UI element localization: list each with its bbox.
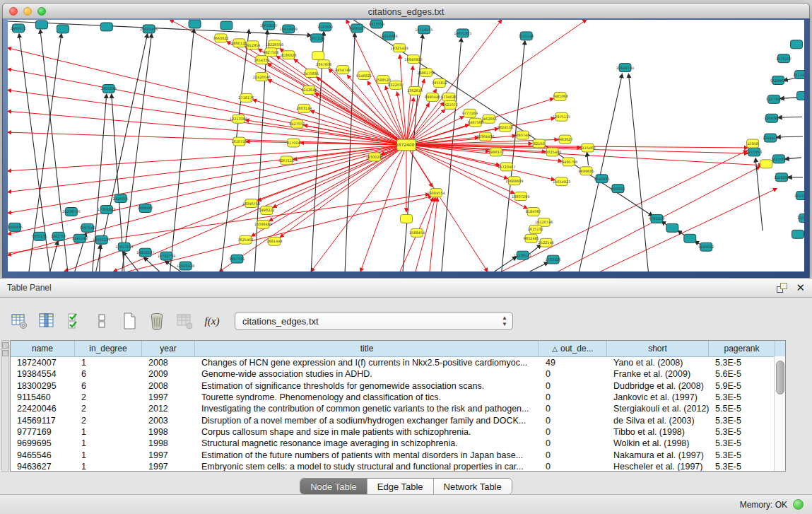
node-16648794[interactable]: 16648794 [616, 64, 634, 72]
selected-node-9463627[interactable]: 9463627 [558, 135, 573, 144]
selected-node-1810755[interactable]: 1810755 [231, 137, 247, 146]
selected-node-2718176[interactable]: 2718176 [238, 93, 254, 102]
node-2126055[interactable]: 2126055 [113, 194, 129, 203]
selection-mode-icon[interactable] [65, 312, 83, 330]
float-panel-icon[interactable] [777, 283, 787, 293]
node-1244419[interactable]: 1244419 [763, 134, 778, 142]
selected-node-7955812[interactable]: 7955812 [432, 79, 447, 88]
table-row[interactable]: 969969511998Structural magnetic resonanc… [11, 438, 785, 449]
column-header-year[interactable]: year [142, 341, 195, 356]
node-893892[interactable]: 893892 [611, 185, 625, 193]
network-canvas[interactable]: 2405572206914061065328716033809152760284… [8, 20, 804, 271]
table-row[interactable]: 1872400712008Changes of HCN gene express… [11, 357, 785, 368]
selected-node-1588454[interactable]: 1588454 [409, 228, 425, 237]
selected-node-10688609[interactable]: 10688609 [505, 177, 523, 185]
node-6791919[interactable]: 6791919 [649, 214, 664, 223]
node[interactable] [57, 25, 69, 33]
row-height-icon[interactable] [93, 312, 111, 330]
selected-node-1691449[interactable]: 1691449 [266, 237, 282, 245]
selected-node-7485063[interactable]: 7485063 [553, 92, 568, 100]
selected-node-817004[interactable]: 817004 [287, 139, 300, 147]
node-17957253[interactable]: 17957253 [115, 243, 133, 251]
selected-node-9184067[interactable]: 9184067 [526, 208, 541, 216]
column-header-pagerank[interactable]: pagerank [709, 341, 775, 356]
selected-node-9242848[interactable]: 9242848 [301, 86, 317, 94]
node[interactable] [797, 91, 804, 100]
selected-node-7986372[interactable]: 7986372 [488, 148, 504, 156]
selected-node-9824554[interactable]: 9824554 [498, 123, 513, 132]
selected-node-7462666[interactable]: 7462666 [481, 115, 497, 123]
table-row[interactable]: 2242004622012Investigating the contribut… [11, 403, 785, 414]
selected-node-1498222[interactable]: 1498222 [259, 206, 274, 215]
node-1277403[interactable]: 1277403 [793, 71, 804, 79]
node-17359928[interactable]: 17359928 [98, 206, 115, 214]
selected-node-7625402[interactable]: 7625402 [237, 235, 253, 244]
citation-network-graph[interactable]: 2405572206914061065328716033809152760284… [8, 20, 804, 271]
delete-icon[interactable] [148, 312, 166, 330]
node-10653287[interactable]: 10653287 [260, 21, 278, 30]
node[interactable] [189, 20, 201, 28]
scrollbar-thumb[interactable] [776, 361, 784, 395]
selected-node-15958[interactable]: 15958 [747, 139, 759, 148]
selected-node-8454749[interactable]: 8454749 [335, 66, 351, 74]
function-builder-icon[interactable]: f(x) [203, 312, 221, 330]
selected-node-82160[interactable]: 82160 [533, 139, 545, 148]
node[interactable] [35, 21, 47, 29]
node-14671355[interactable]: 14671355 [454, 29, 471, 37]
selected-node-12975115[interactable]: 12975115 [553, 112, 570, 121]
node-2405572[interactable]: 2405572 [11, 24, 26, 33]
selected-node-8990448[interactable]: 8990448 [425, 93, 440, 101]
node[interactable] [666, 223, 678, 232]
selected-node-1654338[interactable]: 1654338 [254, 56, 269, 64]
table-row[interactable]: 946362711997Embryonic stem cells: a mode… [11, 461, 785, 471]
selected-node-9699695[interactable]: 9699695 [578, 167, 594, 175]
selected-node-1615132[interactable]: 1615132 [528, 225, 543, 233]
table-row[interactable]: 1938455462009Genome-wide association stu… [11, 368, 785, 380]
node[interactable] [792, 230, 804, 238]
table-scrollbar[interactable] [774, 356, 785, 471]
node-1559293[interactable]: 1559293 [774, 173, 789, 182]
node-9215953[interactable]: 9215953 [746, 148, 762, 156]
selected-node-8267110[interactable]: 8267110 [278, 156, 294, 165]
node-10719155[interactable]: 10719155 [415, 25, 433, 34]
selected-node-9827508[interactable]: 9827508 [263, 48, 278, 57]
selected-node-8186328[interactable]: 8186328 [281, 51, 296, 59]
selected-node-6734028[interactable]: 6734028 [441, 93, 457, 101]
selected-node-9777169[interactable]: 9777169 [462, 109, 478, 117]
node-5905135[interactable]: 5905135 [32, 232, 47, 240]
node[interactable] [220, 21, 233, 30]
node-1210305[interactable]: 1210305 [794, 192, 804, 200]
selected-node-3912954[interactable]: 3912954 [245, 41, 260, 49]
selected-node-9852485[interactable]: 9852485 [524, 234, 539, 243]
node-8813054[interactable]: 8813054 [369, 20, 384, 28]
selected-node-1362615[interactable]: 1362615 [407, 86, 423, 95]
node-16782759[interactable]: 16782759 [158, 252, 175, 260]
selected-node-1621072[interactable]: 1621072 [442, 100, 458, 109]
selected-node-19384554[interactable]: 19384554 [427, 189, 445, 197]
node-1145194[interactable]: 1145194 [72, 234, 88, 243]
selected-node[interactable] [401, 214, 413, 223]
node-1640935[interactable]: 1640935 [594, 175, 609, 183]
node-9245022[interactable]: 9245022 [698, 243, 714, 251]
table-row[interactable]: 911546021997Tourette syndrome. Phenomeno… [11, 392, 785, 403]
selected-node-2803144[interactable]: 2803144 [296, 104, 312, 112]
selected-node-2367608[interactable]: 2367608 [316, 60, 331, 69]
node[interactable] [100, 23, 112, 31]
node-20691406[interactable]: 20691406 [140, 25, 158, 33]
node-9227343[interactable]: 9227343 [766, 95, 782, 103]
node-1733426[interactable]: 1733426 [546, 255, 561, 264]
node-8908435[interactable]: 8908435 [8, 223, 23, 231]
selected-node[interactable] [760, 160, 772, 168]
selected-node-22420046[interactable]: 22420046 [253, 73, 271, 81]
node-9097548[interactable]: 9097548 [80, 223, 95, 232]
node-7857224[interactable]: 7857224 [309, 34, 324, 42]
selected-node-10807487[interactable]: 10807487 [514, 131, 531, 139]
selected-node-9146821[interactable]: 9146821 [356, 71, 372, 80]
node-1191145[interactable]: 1191145 [797, 214, 804, 222]
selected-node-18325419[interactable]: 18325419 [390, 44, 408, 52]
node-9129966[interactable]: 9129966 [770, 76, 786, 85]
column-header-title[interactable]: title [195, 341, 539, 356]
node-1209387[interactable]: 1209387 [764, 114, 779, 122]
table-row[interactable]: 1456911722003Disruption of a novel membe… [11, 414, 785, 426]
selected-node-18226058[interactable]: 18226058 [266, 40, 283, 49]
